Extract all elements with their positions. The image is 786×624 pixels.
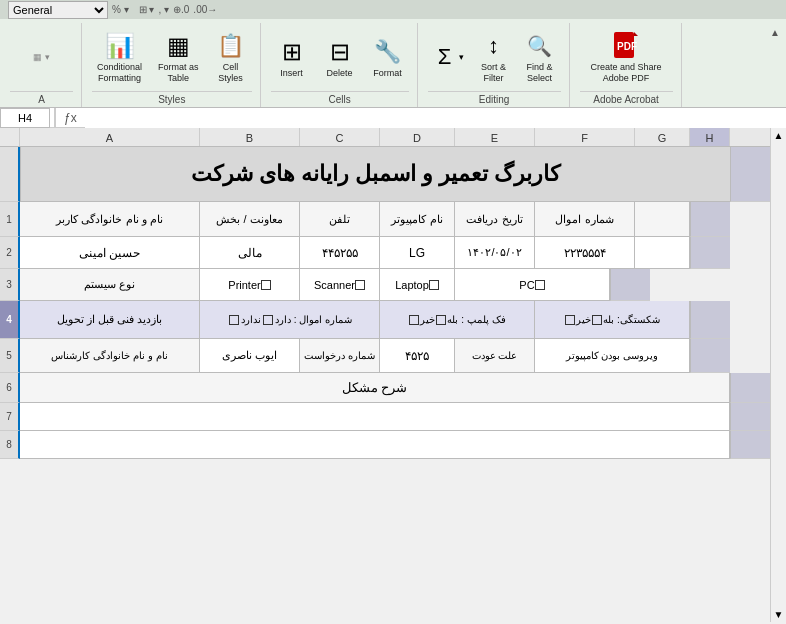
cell-FG5[interactable]: ویروسی بودن کامپیوتر <box>535 339 690 373</box>
cell-E2[interactable]: ۱۴۰۲/۰۵/۰۲ <box>455 237 535 269</box>
percent-btn[interactable]: % ▾ <box>112 4 129 15</box>
cell-H5[interactable] <box>690 339 730 373</box>
adobe-pdf-icon: PDF <box>610 30 642 62</box>
corner-cell <box>0 128 20 146</box>
row-7: 7 <box>0 403 770 431</box>
autosum-btn[interactable]: Σ ▾ <box>428 42 469 72</box>
sort-filter-btn[interactable]: ↕ Sort &Filter <box>473 27 515 87</box>
cell-B5[interactable]: ایوب ناصری <box>200 339 300 373</box>
number-group-label: A <box>10 91 73 107</box>
cell-EF3[interactable]: PC <box>455 269 610 301</box>
title-cell[interactable]: کاربرگ تعمیر و اسمبل رایانه های شرکت <box>20 147 730 202</box>
cell-G1[interactable] <box>635 202 690 237</box>
number-format-btn[interactable]: ⊞ ▾ <box>139 4 155 15</box>
cell-A5[interactable]: نام و نام خانوادگی کارشناس <box>20 339 200 373</box>
cell-merged-6[interactable]: شرح مشکل <box>20 373 730 403</box>
cell-H4[interactable] <box>690 301 730 339</box>
create-pdf-btn[interactable]: PDF Create and ShareAdobe PDF <box>586 27 667 87</box>
cell-C3[interactable]: Scanner <box>300 269 380 301</box>
format-table-label: Format asTable <box>158 62 199 84</box>
row-num-4: 4 <box>0 301 20 339</box>
col-header-H[interactable]: H <box>690 128 730 146</box>
group-cells: ⊞ Insert ⊟ Delete 🔧 Format Cells <box>263 23 418 107</box>
insert-btn[interactable]: ⊞ Insert <box>271 33 313 82</box>
format-btn[interactable]: 🔧 Format <box>367 33 409 82</box>
formula-input[interactable] <box>85 108 786 128</box>
cell-B1[interactable]: معاونت / بخش <box>200 202 300 237</box>
cell-D2[interactable]: LG <box>380 237 455 269</box>
cell-G2[interactable] <box>635 237 690 269</box>
cell-A4[interactable]: بازدید فنی قبل از تحویل <box>20 301 200 339</box>
col-header-E[interactable]: E <box>455 128 535 146</box>
cell-D5[interactable]: ۴۵۲۵ <box>380 339 455 373</box>
col-header-A[interactable]: A <box>20 128 200 146</box>
col-header-C[interactable]: C <box>300 128 380 146</box>
conditional-formatting-btn[interactable]: 📊 ConditionalFormatting <box>92 27 147 87</box>
row-4: 4 بازدید فنی قبل از تحویل شماره اموال : … <box>0 301 770 339</box>
delete-btn[interactable]: ⊟ Delete <box>319 33 361 82</box>
cell-F1[interactable]: شماره اموال <box>535 202 635 237</box>
row-5: 5 نام و نام خانوادگی کارشناس ایوب ناصری … <box>0 339 770 373</box>
styles-group-label: Styles <box>92 91 252 107</box>
row-num-8: 8 <box>0 431 20 459</box>
cell-E5[interactable]: علت عودت <box>455 339 535 373</box>
h-col-title <box>730 147 770 202</box>
cell-C5[interactable]: شماره درخواست <box>300 339 380 373</box>
cell-BC4[interactable]: شماره اموال : دارد ندارد <box>200 301 380 339</box>
delete-icon: ⊟ <box>324 36 356 68</box>
function-icon: ƒx <box>60 111 81 125</box>
cell-F2[interactable]: ۲۲۳۵۵۵۴ <box>535 237 635 269</box>
col-header-G[interactable]: G <box>635 128 690 146</box>
row-num-2: 2 <box>0 237 20 269</box>
sheet-title: کاربرگ تعمیر و اسمبل رایانه های شرکت <box>191 161 561 187</box>
col-header-D[interactable]: D <box>380 128 455 146</box>
format-as-table-btn[interactable]: ▦ Format asTable <box>153 27 204 87</box>
find-select-btn[interactable]: 🔍 Find &Select <box>519 27 561 87</box>
cell-C1[interactable]: تلفن <box>300 202 380 237</box>
cell-merged-7[interactable] <box>20 403 730 431</box>
col-header-F[interactable]: F <box>535 128 635 146</box>
adobe-pdf-label: Create and ShareAdobe PDF <box>591 62 662 84</box>
cell-A2[interactable]: حسین امینی <box>20 237 200 269</box>
col-header-B[interactable]: B <box>200 128 300 146</box>
scroll-down[interactable]: ▼ <box>772 607 786 622</box>
cell-reference-input[interactable] <box>0 108 50 128</box>
cell-C2[interactable]: ۴۴۵۲۵۵ <box>300 237 380 269</box>
cell-styles-btn[interactable]: 📋 CellStyles <box>210 27 252 87</box>
decimal-dec[interactable]: .00→ <box>193 4 217 15</box>
cell-B2[interactable]: مالی <box>200 237 300 269</box>
row-num-6: 6 <box>0 373 20 403</box>
cell-H7[interactable] <box>730 403 770 431</box>
row-3: 3 نوع سیستم Printer Scanner Laptop PC <box>0 269 770 301</box>
decimal-inc[interactable]: ⊕.0 <box>173 4 189 15</box>
row-num-1: 1 <box>0 202 20 237</box>
cell-merged-8[interactable] <box>20 431 730 459</box>
cell-D1[interactable]: نام کامپیوتر <box>380 202 455 237</box>
font-selector[interactable]: GeneralGeneralNumberCurrencyAccountingSh… <box>8 1 108 19</box>
ribbon-collapse[interactable]: ▲ <box>766 23 784 107</box>
row-num-3: 3 <box>0 269 20 301</box>
cell-A3[interactable]: نوع سیستم <box>20 269 200 301</box>
cell-D3[interactable]: Laptop <box>380 269 455 301</box>
cell-H2[interactable] <box>690 237 730 269</box>
ribbon-top: GeneralGeneralNumberCurrencyAccountingSh… <box>0 0 786 19</box>
cell-H6[interactable] <box>730 373 770 403</box>
cell-E1[interactable]: تاریخ دریافت <box>455 202 535 237</box>
cell-H8[interactable] <box>730 431 770 459</box>
vertical-scrollbar[interactable]: ▲ ▼ <box>770 128 786 622</box>
cell-B3[interactable]: Printer <box>200 269 300 301</box>
group-styles: 📊 ConditionalFormatting ▦ Format asTable… <box>84 23 261 107</box>
comma-btn[interactable]: , ▾ <box>158 4 169 15</box>
cell-DE4[interactable]: فک پلمپ : بله خیر <box>380 301 535 339</box>
formula-bar: ƒx <box>0 108 786 128</box>
row-1: 1 نام و نام خانوادگی کاربر معاونت / بخش … <box>0 202 770 237</box>
conditional-formatting-icon: 📊 <box>104 30 136 62</box>
group-editing: Σ ▾ ↕ Sort &Filter 🔍 Find &Select Editin… <box>420 23 570 107</box>
cell-A1[interactable]: نام و نام خانوادگی کاربر <box>20 202 200 237</box>
sum-dropdown[interactable]: ▾ <box>459 52 464 62</box>
cell-H1[interactable] <box>690 202 730 237</box>
scroll-up[interactable]: ▲ <box>772 128 786 143</box>
cell-H3[interactable] <box>610 269 650 301</box>
row-6: 6 شرح مشکل <box>0 373 770 403</box>
cell-FG4[interactable]: شکستگی: بله خیر <box>535 301 690 339</box>
